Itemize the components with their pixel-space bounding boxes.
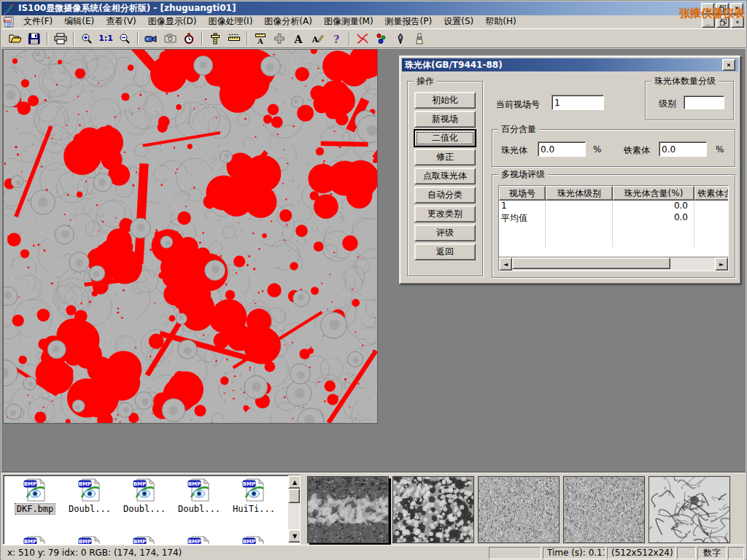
scroll-thumb[interactable] [512,257,670,269]
op-button-2[interactable]: 新视场 [414,111,476,128]
zoom-in-button[interactable] [77,30,96,47]
op-button-6[interactable]: 自动分类 [414,187,476,203]
specimen-thumbnail-1[interactable] [307,476,389,543]
specimen-thumbnail-2[interactable] [392,476,474,543]
mdi-restore-button[interactable] [716,16,729,28]
file-item-row2-2[interactable]: BMP [63,535,117,545]
menu-item-3[interactable]: 查看(V) [100,15,142,29]
window-close-button[interactable]: × [730,3,743,15]
help-button[interactable]: ? [327,30,346,47]
move-cross-button[interactable] [270,30,289,47]
op-button-9[interactable]: 返回 [414,244,476,260]
table-col-header-3[interactable]: 珠光体含量(%) [613,186,694,201]
menu-item-1[interactable]: 文件(F) [18,15,58,29]
open-file-button[interactable] [6,30,25,47]
window-restore-button[interactable] [716,3,729,15]
table-col-header-2[interactable]: 珠光体级别 [546,186,613,201]
menu-item-4[interactable]: 图像显示(D) [142,15,203,29]
table-col-header-1[interactable]: 视场号 [499,186,546,201]
table-row-1[interactable]: 10.0 [499,201,728,212]
file-list-scrollbar[interactable]: ▲ ▼ [288,475,300,542]
text-icon: A [293,33,303,44]
pen-button[interactable] [391,30,410,47]
file-item-5[interactable]: BMPHuiTi... [227,478,281,514]
timer-button[interactable] [179,30,198,47]
ruler-button[interactable] [225,30,244,47]
measure-text-icon: A [255,33,266,44]
video-capture-button[interactable] [142,30,160,47]
window-minimize-button[interactable]: _ [701,3,714,15]
op-button-4[interactable]: 修正 [414,149,476,166]
dialog-title-bar[interactable]: 珠光体(GB/T9441-88) × [402,58,738,71]
file-item-row2-3[interactable]: BMP [117,535,171,545]
dialog-title: 珠光体(GB/T9441-88) [405,59,503,71]
table-row-4[interactable] [499,236,728,247]
file-item-2[interactable]: BMPDoubl... [63,478,117,514]
svg-text:A: A [257,36,263,44]
file-item-3[interactable]: BMPDoubl... [117,478,171,514]
table-horizontal-scrollbar[interactable]: ◄ ► [499,257,728,271]
status-empty-3 [728,547,744,559]
table-body[interactable]: 10.0平均值0.0 [499,201,728,257]
file-item-1[interactable]: BMPDKF.bmp [8,478,62,514]
mdi-minimize-button[interactable]: _ [702,16,715,28]
current-field-input[interactable] [551,95,604,110]
menu-item-9[interactable]: 设置(S) [438,15,479,29]
file-item-4[interactable]: BMPDoubl... [172,478,226,514]
svg-text:BMP: BMP [243,481,255,487]
measure-text-button[interactable]: A [251,30,270,47]
scroll-left-icon[interactable]: ◄ [499,257,512,271]
zoom-out-button[interactable] [115,30,134,47]
specimen-thumbnail-5[interactable] [649,476,730,543]
snapshot-button[interactable] [160,30,179,47]
table-col-header-4[interactable]: 铁素体含量(%) [694,186,729,201]
specimen-thumbnail-4[interactable] [563,476,645,543]
mdi-close-button[interactable]: × [731,16,744,28]
scroll-up-icon[interactable]: ▲ [288,475,301,489]
scroll-down-icon[interactable]: ▼ [288,529,301,542]
dialog-close-icon[interactable]: × [722,59,735,71]
actual-size-button[interactable]: 1:1 [96,30,115,47]
curve-tool-button[interactable] [353,30,372,47]
open-file-icon [9,33,22,44]
brush-button[interactable] [410,30,429,47]
menu-item-5[interactable]: 图像处理(I) [202,15,258,29]
level-input[interactable] [684,96,724,109]
print-button[interactable] [51,30,70,47]
count-tool-button[interactable] [372,30,391,47]
menu-item-10[interactable]: 帮助(H) [479,15,522,29]
pearlite-percent-input[interactable] [538,141,586,157]
op-button-1[interactable]: 初始化 [414,92,476,109]
menu-item-6[interactable]: 图像分析(A) [258,15,318,29]
table-row-2[interactable]: 平均值0.0 [499,212,728,224]
file-item-row2-1[interactable]: BMP [8,535,62,545]
scroll-thumb[interactable] [288,489,300,503]
text-button[interactable]: A [289,30,308,47]
zoom-out-icon [119,33,131,44]
document-icon[interactable]: DOC [4,16,15,28]
micrograph-binarized-image[interactable] [3,49,378,424]
ferrite-percent-input[interactable] [659,141,707,157]
scroll-right-icon[interactable]: ► [715,257,728,271]
op-button-8[interactable]: 评级 [414,225,476,241]
file-listbox[interactable]: ▲ ▼ BMPDKF.bmpBMPBMPDoubl...BMPBMPDoubl.… [3,475,301,545]
op-button-5[interactable]: 点取珠光体 [414,168,476,184]
op-button-3[interactable]: 二值化 [414,130,476,147]
svg-text:BMP: BMP [79,539,91,545]
save-button[interactable] [25,30,44,47]
menu-item-2[interactable]: 编辑(E) [58,15,100,29]
toolbar-separator [247,32,248,45]
menu-item-7[interactable]: 图像测量(M) [318,15,379,29]
table-row-3[interactable] [499,224,728,236]
table-cell [546,236,613,247]
file-item-row2-5[interactable]: BMP [227,535,281,545]
edit-text-button[interactable]: A [308,30,327,47]
op-button-7[interactable]: 更改类别 [414,206,476,222]
caliper-button[interactable] [206,30,225,47]
menu-item-8[interactable]: 测量报告(P) [379,15,438,29]
toolbar-separator [137,32,139,45]
file-item-row2-4[interactable]: BMP [172,535,226,545]
specimen-thumbnail-3[interactable] [478,476,560,543]
table-cell: 0.0 [613,212,694,224]
status-empty-1 [489,547,541,559]
